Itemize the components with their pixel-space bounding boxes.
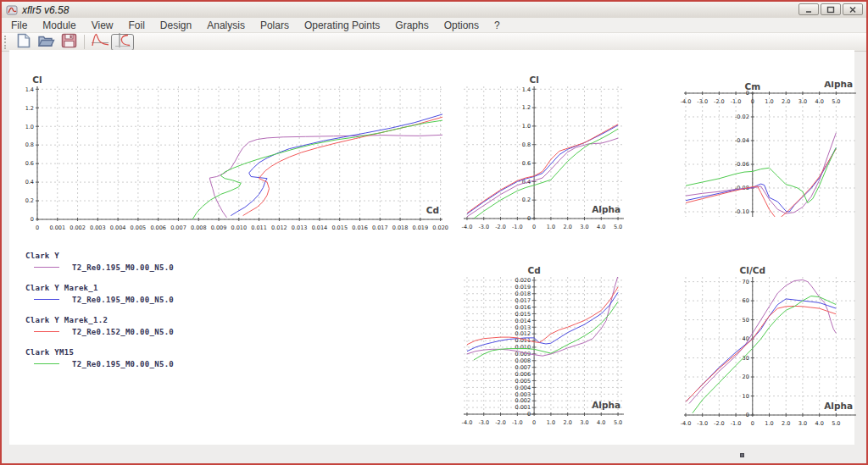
svg-text:Alpha: Alpha (824, 401, 853, 411)
svg-text:-2.0: -2.0 (495, 224, 506, 230)
svg-text:0.018: 0.018 (392, 224, 409, 231)
direct-foil-design-button[interactable] (88, 34, 111, 51)
svg-text:5.0: 5.0 (832, 98, 840, 105)
svg-text:0.019: 0.019 (515, 284, 531, 291)
svg-text:Alpha: Alpha (592, 400, 620, 410)
legend-polar-name: T2_Re0.152_M0.00_N5.0 (72, 328, 174, 336)
open-project-button[interactable] (35, 34, 58, 51)
svg-text:Cm: Cm (744, 81, 760, 91)
svg-text:0.6: 0.6 (522, 160, 531, 167)
menu-item-foil[interactable]: Foil (121, 19, 153, 32)
svg-text:3.0: 3.0 (798, 98, 807, 105)
svg-text:1.0: 1.0 (25, 124, 34, 130)
svg-text:0: 0 (532, 224, 536, 230)
svg-text:1.0: 1.0 (547, 224, 555, 230)
svg-text:0.014: 0.014 (515, 318, 531, 324)
svg-text:-3.0: -3.0 (697, 420, 708, 427)
menu-item-options[interactable]: Options (437, 19, 487, 32)
toolbar-grip-handle[interactable] (4, 36, 8, 49)
minimize-button[interactable] (798, 3, 819, 15)
svg-text:0.018: 0.018 (515, 291, 531, 297)
svg-text:1.2: 1.2 (522, 104, 531, 111)
new-project-button[interactable] (12, 34, 35, 51)
svg-text:5.0: 5.0 (832, 420, 840, 427)
svg-text:Alpha: Alpha (824, 81, 853, 89)
svg-text:0.002: 0.002 (70, 224, 86, 231)
svg-text:-2.0: -2.0 (714, 98, 725, 105)
menu-item-analysis[interactable]: Analysis (199, 19, 253, 32)
svg-text:0.6: 0.6 (25, 160, 34, 167)
svg-text:0: 0 (746, 412, 749, 418)
cl-vs-cd-graph[interactable]: 00.0010.0020.0030.0040.0050.0060.0070.00… (3, 75, 454, 235)
svg-text:1.0: 1.0 (765, 98, 773, 105)
svg-text:Cl: Cl (529, 75, 538, 85)
svg-text:1.4: 1.4 (522, 86, 531, 93)
svg-text:0.8: 0.8 (522, 141, 531, 148)
svg-text:5.0: 5.0 (614, 419, 622, 426)
svg-text:0: 0 (527, 215, 531, 222)
toolbar-separator (84, 35, 85, 49)
menu-item-module[interactable]: Module (35, 19, 83, 32)
legend-foil-name: Clark Y Marek_1 (25, 283, 174, 294)
svg-text:Alpha: Alpha (592, 204, 620, 214)
cm-vs-alpha-graph[interactable]: -4.0-3.0-2.0-1.001.02.03.04.05.00-0.02-0… (650, 81, 868, 232)
svg-text:0.011: 0.011 (251, 224, 267, 231)
svg-text:1.2: 1.2 (25, 105, 34, 112)
legend-foil-name: Clark Y Marek_1.2 (25, 315, 174, 326)
svg-text:0.008: 0.008 (191, 224, 207, 231)
menu-item-polars[interactable]: Polars (253, 19, 297, 32)
legend-entry: Clark Y Marek_1.2T2_Re0.152_M0.00_N5.0 (25, 315, 174, 337)
svg-text:1.0: 1.0 (765, 420, 773, 427)
title-bar[interactable]: xflr5 v6.58 (2, 2, 866, 18)
cl-vs-alpha-graph[interactable]: -4.0-3.0-2.0-1.001.02.03.04.05.000.20.40… (430, 75, 636, 234)
legend-polar-name: T2_Re0.195_M0.00_N5.0 (72, 296, 174, 304)
window-controls (798, 3, 863, 15)
svg-text:0.013: 0.013 (292, 224, 308, 231)
svg-text:0: 0 (31, 216, 34, 223)
app-icon (6, 4, 18, 16)
clcd-vs-alpha-graph[interactable]: -4.0-3.0-2.0-1.001.02.03.04.05.001020304… (650, 265, 868, 430)
svg-text:0.005: 0.005 (131, 224, 147, 231)
legend-polar-name: T2_Re0.195_M0.00_N5.0 (72, 360, 174, 368)
svg-text:-3.0: -3.0 (697, 98, 708, 105)
svg-text:4.0: 4.0 (597, 419, 605, 426)
menu-item-operating-points[interactable]: Operating Points (297, 19, 387, 32)
svg-text:-2.0: -2.0 (714, 420, 725, 427)
polar-legend: Clark YT2_Re0.195_M0.00_N5.0Clark Y Mare… (25, 251, 174, 379)
svg-text:0.016: 0.016 (515, 304, 531, 311)
svg-text:-3.0: -3.0 (478, 224, 489, 230)
svg-text:-3.0: -3.0 (478, 419, 489, 426)
svg-text:0.019: 0.019 (413, 224, 429, 231)
save-project-button[interactable] (58, 34, 81, 51)
polar-view-button[interactable] (111, 34, 134, 51)
menu-item-help[interactable]: ? (487, 19, 508, 32)
save-icon (61, 33, 77, 52)
menu-item-design[interactable]: Design (153, 19, 199, 32)
close-button[interactable] (843, 3, 863, 15)
menu-item-view[interactable]: View (84, 19, 121, 32)
svg-text:0.015: 0.015 (515, 311, 531, 318)
legend-line-sample-icon (34, 299, 59, 300)
svg-text:0.010: 0.010 (515, 344, 531, 351)
legend-line-sample-icon (34, 267, 59, 268)
svg-text:0: 0 (36, 224, 39, 231)
svg-text:0.002: 0.002 (515, 397, 531, 404)
svg-text:0.003: 0.003 (90, 224, 106, 231)
maximize-button[interactable] (821, 3, 841, 15)
svg-text:-1.0: -1.0 (731, 420, 742, 427)
svg-text:Cl/Cd: Cl/Cd (740, 265, 765, 275)
svg-text:0.8: 0.8 (25, 141, 34, 148)
svg-text:4.0: 4.0 (815, 98, 823, 105)
svg-text:0.015: 0.015 (331, 224, 348, 231)
svg-text:-0.02: -0.02 (735, 113, 749, 120)
svg-text:-4.0: -4.0 (681, 420, 692, 427)
svg-text:10: 10 (743, 393, 749, 400)
svg-text:0.4: 0.4 (25, 179, 34, 185)
menu-item-file[interactable]: File (3, 19, 35, 32)
cd-vs-alpha-graph[interactable]: -4.0-3.0-2.0-1.001.02.03.04.05.000.0010.… (430, 265, 636, 429)
status-marker-icon (740, 453, 744, 457)
svg-text:-0.06: -0.06 (735, 161, 749, 168)
menu-item-graphs[interactable]: Graphs (387, 19, 436, 32)
svg-text:0.012: 0.012 (515, 330, 531, 337)
svg-text:20: 20 (743, 374, 749, 380)
